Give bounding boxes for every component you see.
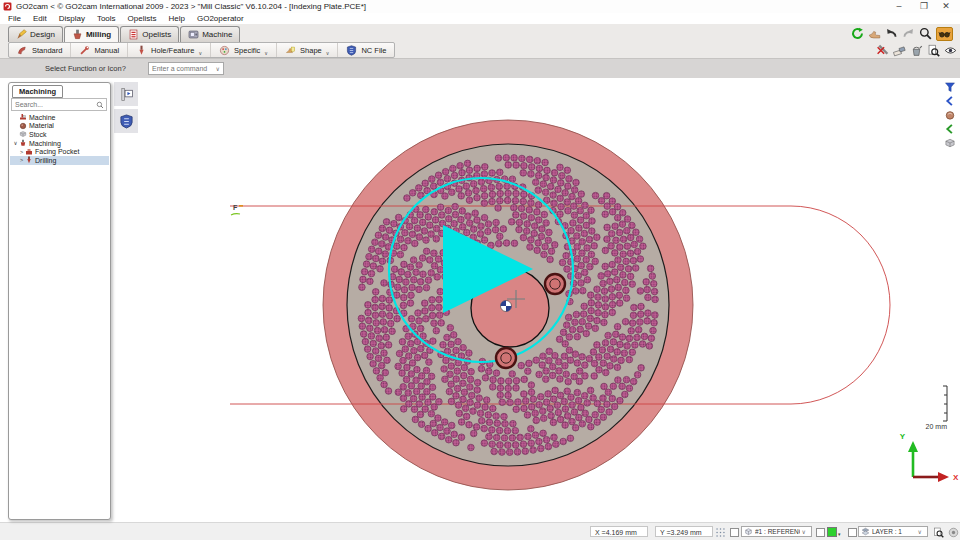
menu-item-file[interactable]: File [2,14,27,23]
reference-value: #1 : REFERENCE [755,528,800,535]
pointer-hand-icon[interactable] [868,27,881,40]
tree-expander[interactable]: ∨ [12,140,19,146]
menu-item-opelists[interactable]: Opelists [122,14,163,23]
zoom-layer-button[interactable] [933,527,944,538]
ribbon-toolbar: StandardManualHole/Feature∨Specific∨Shap… [8,42,395,58]
svg-text:20 mm: 20 mm [926,423,948,430]
hole-feature-button[interactable]: Hole/Feature∨ [128,43,211,57]
eraser-icon[interactable] [893,44,906,57]
search-box[interactable] [11,98,107,111]
tab-label: Machine [202,30,232,39]
layer-select[interactable]: LAYER : 1 ∨ [858,526,928,537]
window-title: GO2cam < © GO2cam International 2009 - 2… [16,2,366,11]
clean-icon[interactable] [910,44,923,57]
grid-snap-icon[interactable] [715,527,726,538]
reference-checkbox[interactable] [730,528,739,537]
stock-icon[interactable] [944,137,956,149]
tree-item-machine[interactable]: Machine [10,113,109,122]
tree-item-label: Machine [29,114,55,121]
button-label: Hole/Feature [151,46,194,55]
reference-select[interactable]: #1 : REFERENCE ∨ [741,526,812,537]
menu-item-tools[interactable]: Tools [91,14,122,23]
nc-file-button[interactable]: NC File [338,43,394,57]
tool-standard-icon [17,45,28,56]
command-combobox[interactable]: ∨ [148,62,224,75]
menu-item-display[interactable]: Display [53,14,91,23]
button-label: Specific [234,46,260,55]
chevron-down-icon: ∨ [198,50,202,56]
zoom-document-icon[interactable] [927,44,940,57]
material-icon[interactable] [944,109,956,121]
color-swatch[interactable] [827,527,837,537]
minimize-button[interactable]: – [888,0,910,12]
button-label: Shape [300,46,322,55]
tree-item-label: Drilling [35,157,56,164]
view-tools-row-1 [851,26,953,41]
highlight-hole[interactable] [496,348,516,368]
undo-icon[interactable] [885,27,898,40]
menu-item-help[interactable]: Help [163,14,191,23]
help-button[interactable] [948,527,959,538]
layer-checkbox[interactable] [848,528,857,537]
redo-icon[interactable] [902,27,915,40]
tree-item-drilling[interactable]: >Drilling [10,156,109,165]
tree-item-label: Facing Pocket [35,148,79,155]
refresh-icon[interactable] [851,27,864,40]
machining-panel: Machining MachineMaterialStock∨Machining… [8,82,111,520]
hide-element-icon[interactable] [876,44,889,57]
maximize-button[interactable]: ❐ [913,0,935,12]
tab-opelists[interactable]: Opelists [120,26,179,42]
app-icon [3,2,12,11]
manual-button[interactable]: Manual [71,43,128,57]
y-coordinate-readout: Y =3.249 mm [655,526,713,537]
tree-item-stock[interactable]: Stock [10,130,109,139]
visibility-icon[interactable] [944,44,957,57]
ribbon-tabs: DesignMillingOpelistsMachine [8,26,240,42]
collapse-blue-icon[interactable] [944,95,956,107]
tab-design[interactable]: Design [8,26,63,42]
cad-canvas[interactable]: F20 mmYX [0,78,960,522]
tree-expander[interactable]: > [18,149,25,155]
status-bar: X =4.169 mm Y =3.249 mm #1 : REFERENCE ∨… [0,522,960,540]
menu-item-go2operator[interactable]: GO2operator [191,14,250,23]
specific-button[interactable]: Specific∨ [211,43,277,57]
canvas-mini-toolbar [114,82,138,133]
standard-button[interactable]: Standard [9,43,71,57]
title-bar: GO2cam < © GO2cam International 2009 - 2… [0,0,960,14]
close-button[interactable]: ✕ [935,0,957,12]
tree-item-material[interactable]: Material [10,122,109,131]
chevron-down-icon[interactable]: ▾ [838,531,841,537]
svg-text:F: F [233,204,238,211]
origin-marker [501,301,512,312]
shape-button[interactable]: Shape∨ [277,43,338,57]
shield-icon [346,45,357,56]
sim-icon [119,87,134,102]
command-bar: Select Function or Icon? ∨ [0,58,960,79]
tab-milling[interactable]: Milling [64,26,119,42]
tree-machining-icon [19,139,27,147]
menu-item-edit[interactable]: Edit [27,14,53,23]
filter-icon[interactable] [944,81,956,93]
tab-machining[interactable]: Machining [12,85,63,98]
glasses-icon[interactable] [936,27,953,41]
search-input[interactable] [12,101,96,108]
nc-output-button[interactable] [114,109,138,133]
menu-bar: FileEditDisplayToolsOpelistsHelpGO2opera… [0,13,960,24]
tree-item-facing-pocket[interactable]: >Facing Pocket [10,147,109,156]
command-input[interactable] [149,65,216,72]
simulation-button[interactable] [114,82,138,106]
zoom-icon[interactable] [919,27,932,40]
view-tools-row-2 [876,43,957,58]
collapse-green-icon[interactable] [944,123,956,135]
tab-design-icon [16,29,27,40]
search-icon [96,101,104,109]
tool-hole-icon [136,45,147,56]
right-vertical-toolbar [942,81,957,149]
tree-expander[interactable]: > [18,157,25,163]
tree-machine-icon [19,113,27,121]
highlight-hole[interactable] [545,274,565,294]
tree-item-machining[interactable]: ∨Machining [10,139,109,148]
tab-machine[interactable]: Machine [180,26,240,42]
drawing-area: F20 mmYX Machining MachineMaterialStock∨… [0,78,960,522]
color-checkbox[interactable] [816,528,825,537]
